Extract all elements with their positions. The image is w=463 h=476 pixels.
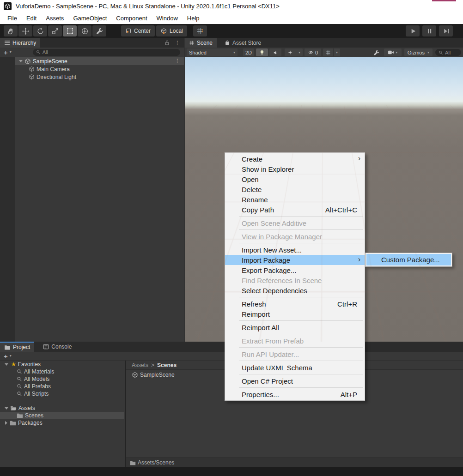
context-menu-item[interactable]: ›	[225, 346, 365, 349]
pivot-mode-button[interactable]: Center	[121, 25, 155, 36]
tab-project[interactable]: Project	[0, 342, 34, 352]
orientation-mode-button[interactable]: Local	[156, 25, 187, 36]
hierarchy-search-input[interactable]: All	[33, 49, 180, 56]
breadcrumb-assets[interactable]: Assets	[132, 362, 148, 368]
context-menu-item[interactable]: Refresh Ctrl+R ›	[225, 299, 365, 309]
context-menu-item[interactable]: ›	[225, 359, 365, 362]
move-tool-button[interactable]	[18, 25, 32, 36]
shading-mode-dropdown[interactable]: Shaded ▾	[187, 48, 238, 56]
context-menu-item[interactable]: Delete ›	[225, 184, 365, 194]
tree-row-all-scripts[interactable]: All Scripts	[0, 390, 124, 398]
context-menu-item[interactable]: Run API Updater... ›	[225, 349, 365, 359]
context-menu-item[interactable]: Extract From Prefab ›	[225, 336, 365, 346]
context-menu-item[interactable]: Import Package ›	[225, 255, 365, 265]
folder-open-icon	[10, 405, 17, 411]
context-menu-item[interactable]: Update UXML Schema ›	[225, 362, 365, 373]
expander-right-icon[interactable]	[5, 421, 7, 425]
menubar-item[interactable]: GameObject	[68, 12, 111, 24]
tab-hierarchy[interactable]: Hierarchy	[0, 38, 40, 48]
tree-row-favorites[interactable]: ★ Favorites	[0, 361, 124, 368]
scale-tool-button[interactable]	[48, 25, 62, 36]
play-button[interactable]	[406, 25, 420, 36]
context-menu-item[interactable]: Reimport All ›	[225, 322, 365, 332]
tree-row-all-models[interactable]: All Models	[0, 375, 124, 383]
expander-down-icon[interactable]	[5, 407, 8, 410]
context-menu-item[interactable]: Copy Path Alt+Ctrl+C ›	[225, 205, 365, 215]
scene-camera-dropdown[interactable]: ▾	[384, 48, 402, 56]
context-menu-item[interactable]: Import New Asset... ›	[225, 245, 365, 255]
create-add-caret-icon[interactable]: ▾	[10, 50, 12, 54]
context-menu-item[interactable]: Rename ›	[225, 194, 365, 205]
context-menu-item[interactable]: Select Dependencies ›	[225, 285, 365, 295]
menubar-item[interactable]: Edit	[22, 12, 41, 24]
tree-row-all-materials[interactable]: All Materials	[0, 368, 124, 375]
2d-toggle-button[interactable]: 2D	[243, 48, 254, 56]
hand-tool-button[interactable]	[4, 25, 18, 36]
scene-effects-toggle[interactable]	[285, 48, 296, 56]
tab-scene[interactable]: Scene	[185, 38, 217, 48]
hierarchy-menu-kebab[interactable]: ⋮	[175, 40, 180, 46]
project-add-button[interactable]: +	[4, 353, 8, 360]
context-menu-item[interactable]: Export Package... ›	[225, 265, 365, 275]
context-menu-item[interactable]: ›	[225, 228, 365, 231]
tab-asset-store[interactable]: Asset Store	[220, 38, 265, 48]
hierarchy-row-samplescene[interactable]: SampleScene ⋮	[15, 57, 184, 65]
transform-tool-button[interactable]	[78, 25, 91, 36]
context-submenu: Custom Package...	[365, 253, 452, 267]
context-menu-item[interactable]: ›	[225, 241, 365, 245]
step-button[interactable]	[439, 25, 453, 36]
breadcrumb-scenes[interactable]: Scenes	[157, 362, 177, 368]
pause-button[interactable]	[422, 25, 436, 36]
project-add-caret-icon[interactable]: ▾	[10, 354, 12, 358]
menubar-item[interactable]: File	[3, 12, 22, 24]
context-menu-item[interactable]: ›	[225, 386, 365, 389]
context-menu-item[interactable]: Reimport ›	[225, 309, 365, 319]
scene-grid-toggle[interactable]	[323, 48, 333, 56]
effects-dropdown-caret[interactable]: ▾	[296, 48, 303, 56]
tree-row-packages[interactable]: Packages	[0, 419, 124, 427]
context-menu-item[interactable]: ›	[225, 295, 365, 299]
row-kebab-icon[interactable]: ⋮	[175, 58, 180, 64]
lock-icon[interactable]	[164, 40, 170, 46]
context-menu-item[interactable]: View in Package Manager ›	[225, 231, 365, 241]
submenu-item-custom-package[interactable]: Custom Package...	[366, 254, 451, 265]
scene-tools-button[interactable]	[371, 48, 382, 56]
context-menu-item[interactable]: Open ›	[225, 174, 365, 184]
tree-row-scenes[interactable]: Scenes	[0, 412, 124, 419]
context-menu-item[interactable]: ›	[225, 373, 365, 376]
folder-icon	[130, 460, 136, 465]
context-menu-item[interactable]: Find References In Scene ›	[225, 275, 365, 285]
hidden-objects-toggle[interactable]: 0	[305, 48, 321, 56]
expander-down-icon[interactable]	[5, 363, 8, 366]
scene-audio-toggle[interactable]	[269, 48, 281, 56]
context-menu-item[interactable]: Open C# Project ›	[225, 376, 365, 386]
rect-tool-button[interactable]	[63, 25, 77, 36]
context-menu-item[interactable]: Show in Explorer ›	[225, 164, 365, 174]
rotate-tool-button[interactable]	[33, 25, 47, 36]
menubar-item[interactable]: Component	[111, 12, 152, 24]
magenta-accent-strip	[432, 0, 456, 1]
context-menu-item[interactable]: ›	[225, 319, 365, 322]
menubar-item[interactable]: Assets	[41, 12, 68, 24]
context-menu-item[interactable]: Open Scene Additive ›	[225, 218, 365, 228]
tree-row-assets[interactable]: Assets	[0, 404, 124, 412]
context-menu-item[interactable]: ›	[225, 332, 365, 336]
scene-lighting-toggle[interactable]	[256, 48, 268, 56]
scene-search-input[interactable]: All	[435, 49, 461, 56]
menubar-item[interactable]: Help	[183, 12, 204, 24]
menubar-item[interactable]: Window	[152, 12, 183, 24]
grid-dropdown-caret[interactable]: ▾	[333, 48, 340, 56]
tab-console[interactable]: Console	[39, 342, 76, 352]
create-add-button[interactable]: +	[4, 49, 8, 56]
gizmos-dropdown[interactable]: Gizmos ▾	[404, 48, 433, 56]
expander-down-icon[interactable]	[19, 60, 23, 62]
hierarchy-row-main-camera[interactable]: Main Camera	[15, 65, 184, 73]
menu-item-label: Reimport	[242, 310, 270, 318]
context-menu-item[interactable]: ›	[225, 215, 365, 218]
context-menu-item[interactable]: Create ›	[225, 154, 365, 164]
custom-tool-button[interactable]	[92, 25, 106, 36]
hierarchy-row-directional-light[interactable]: Directional Light	[15, 73, 184, 81]
tree-row-all-prefabs[interactable]: All Prefabs	[0, 383, 124, 390]
grid-snap-button[interactable]	[193, 25, 207, 36]
context-menu-item[interactable]: Properties... Alt+P ›	[225, 389, 365, 399]
